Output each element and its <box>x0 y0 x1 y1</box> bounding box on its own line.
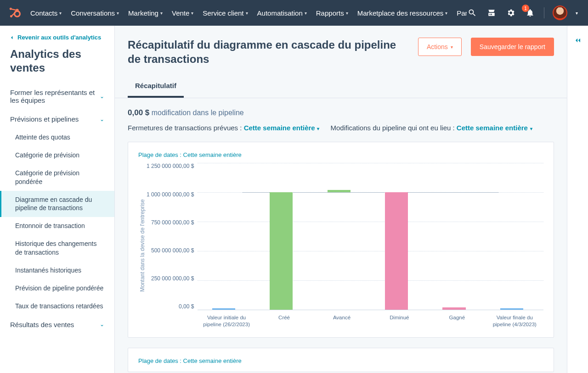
nav-item-3[interactable]: Vente▾ <box>167 0 198 26</box>
filter-closing-label: Fermetures de transactions prévues : <box>128 124 242 132</box>
chevron-down-icon: ▾ <box>59 11 62 16</box>
bar-col-3 <box>371 163 428 310</box>
bar-col-1 <box>255 163 313 310</box>
nav-item-7[interactable]: Marketplace des ressources▾ <box>353 0 452 26</box>
sidebar-item-1-0[interactable]: Atteinte des quotas <box>0 128 114 146</box>
card2-date-range: Plage de dates : Cette semaine entière <box>138 357 543 364</box>
sidebar-group-0[interactable]: Former les représentants et les équipes⌄ <box>0 83 114 110</box>
bar-1[interactable] <box>270 192 293 310</box>
chevrons-left-icon <box>573 36 582 45</box>
sidebar-item-1-1[interactable]: Catégorie de prévision <box>0 146 114 164</box>
y-tick: 1 000 000 000,00 $ <box>147 191 194 198</box>
back-link-label: Revenir aux outils d'analytics <box>17 34 101 41</box>
chevron-down-icon[interactable]: ▾ <box>576 11 578 16</box>
chevron-down-icon: ▾ <box>445 11 447 16</box>
hubspot-logo[interactable] <box>8 6 21 19</box>
user-avatar[interactable] <box>553 6 567 20</box>
x-tick-0: Valeur initiale du pipeline (26/2/2023) <box>198 314 255 328</box>
sidebar-item-1-3[interactable]: Diagramme en cascade du pipeline de tran… <box>0 191 114 217</box>
svg-point-3 <box>14 11 20 17</box>
x-tick-3: Diminué <box>371 314 428 328</box>
chevron-down-icon: ⌄ <box>100 321 104 328</box>
x-tick-5: Valeur finale du pipeline (4/3/2023) <box>486 314 543 328</box>
x-tick-4: Gagné <box>428 314 486 328</box>
sidebar-group-2[interactable]: Résultats des ventes⌄ <box>0 315 114 334</box>
chevron-down-icon: ▾ <box>160 11 163 16</box>
filter-closing-value[interactable]: Cette semaine entière ▾ <box>244 124 320 132</box>
sidebar-item-1-8[interactable]: Taux de transactions retardées <box>0 297 114 315</box>
card-date-range: Plage de dates : Cette semaine entière <box>138 151 543 158</box>
filter-closing: Fermetures de transactions prévues : Cet… <box>128 124 319 132</box>
nav-item-5[interactable]: Automatisation▾ <box>253 0 311 26</box>
bar-2[interactable] <box>328 190 351 192</box>
nav-item-8[interactable]: Parten▾ <box>452 0 467 26</box>
summary-line: 0,00 $ modification dans le pipeline <box>128 108 554 117</box>
save-button-label: Sauvegarder le rapport <box>480 43 545 50</box>
chevron-down-icon: ▾ <box>529 126 532 131</box>
chevron-down-icon: ▾ <box>117 11 119 16</box>
chevron-down-icon: ▾ <box>346 11 348 16</box>
chevron-down-icon: ▾ <box>305 11 307 16</box>
actions-button-label: Actions <box>427 43 448 50</box>
bar-3[interactable] <box>385 192 408 310</box>
bar-col-2 <box>313 163 370 310</box>
filter-pipeline-changes: Modifications du pipeline qui ont eu lie… <box>330 124 532 132</box>
collapse-right-panel[interactable] <box>567 26 588 373</box>
bar-col-0 <box>198 163 255 310</box>
marketplace-icon[interactable] <box>486 7 497 18</box>
sidebar-item-1-6[interactable]: Instantanés historiques <box>0 262 114 279</box>
nav-item-6[interactable]: Rapports▾ <box>311 0 353 26</box>
bar-4[interactable] <box>442 307 465 310</box>
bar-0[interactable] <box>212 308 235 310</box>
y-tick: 1 250 000 000,00 $ <box>147 163 194 169</box>
summary-suffix: modification dans le pipeline <box>152 109 244 117</box>
filter-changes-value[interactable]: Cette semaine entière ▾ <box>457 124 532 132</box>
nav-item-1[interactable]: Conversations▾ <box>66 0 124 26</box>
notification-badge: 1 <box>522 5 529 12</box>
nav-divider <box>544 7 544 18</box>
sidebar-item-1-2[interactable]: Catégorie de prévision pondérée <box>0 164 114 191</box>
summary-amount: 0,00 $ <box>128 108 149 117</box>
chevron-down-icon: ▾ <box>191 11 193 16</box>
y-tick: 500 000 000,00 $ <box>151 247 194 254</box>
back-to-analytics-link[interactable]: Revenir aux outils d'analytics <box>0 34 114 47</box>
nav-item-0[interactable]: Contacts▾ <box>26 0 66 26</box>
sidebar-group-1[interactable]: Prévisions et pipelines⌄ <box>0 110 114 128</box>
sidebar-item-1-4[interactable]: Entonnoir de transaction <box>0 217 114 235</box>
top-nav: Contacts▾Conversations▾Marketing▾Vente▾S… <box>0 0 588 26</box>
sidebar-item-1-5[interactable]: Historique des changements de transactio… <box>0 235 114 262</box>
save-report-button[interactable]: Sauvegarder le rapport <box>471 38 554 56</box>
chevron-down-icon: ▾ <box>246 11 248 16</box>
nav-item-2[interactable]: Marketing▾ <box>124 0 167 26</box>
chevron-down-icon: ▾ <box>451 45 453 50</box>
sidebar-item-1-7[interactable]: Prévision de pipeline pondérée <box>0 279 114 297</box>
chart-card: Plage de dates : Cette semaine entière M… <box>128 142 554 338</box>
tab-recap[interactable]: Récapitulatif <box>128 75 184 98</box>
y-tick: 250 000 000,00 $ <box>151 275 194 282</box>
filter-changes-label: Modifications du pipeline qui ont eu lie… <box>330 124 454 132</box>
bar-col-4 <box>428 163 486 310</box>
tabs: Récapitulatif <box>115 75 567 98</box>
chart-ylabel: Montant dans la devise de l'entreprise <box>138 163 147 328</box>
x-tick-1: Créé <box>255 314 313 328</box>
x-tick-2: Avancé <box>313 314 370 328</box>
chart-card-2: Plage de dates : Cette semaine entière <box>128 348 554 372</box>
settings-gear-icon[interactable] <box>505 7 516 18</box>
sidebar-title: Analytics des ventes <box>0 47 114 83</box>
page-title: Récapitulatif du diagramme en cascade du… <box>128 38 409 66</box>
actions-button[interactable]: Actions ▾ <box>418 38 462 56</box>
search-icon[interactable] <box>467 7 478 18</box>
bar-col-5 <box>486 163 543 310</box>
bar-5[interactable] <box>500 308 523 310</box>
chevron-down-icon: ⌄ <box>100 116 104 122</box>
y-tick: 0,00 $ <box>179 303 194 310</box>
chevron-down-icon: ▾ <box>316 126 320 131</box>
sidebar: Revenir aux outils d'analytics Analytics… <box>0 26 115 373</box>
notifications-bell-icon[interactable]: 1 <box>525 7 536 18</box>
main-content: Récapitulatif du diagramme en cascade du… <box>115 26 567 373</box>
waterfall-chart: Montant dans la devise de l'entreprise 1… <box>138 163 543 328</box>
y-tick: 750 000 000,00 $ <box>151 219 194 226</box>
chevron-down-icon: ⌄ <box>100 93 104 100</box>
nav-item-4[interactable]: Service client▾ <box>198 0 252 26</box>
